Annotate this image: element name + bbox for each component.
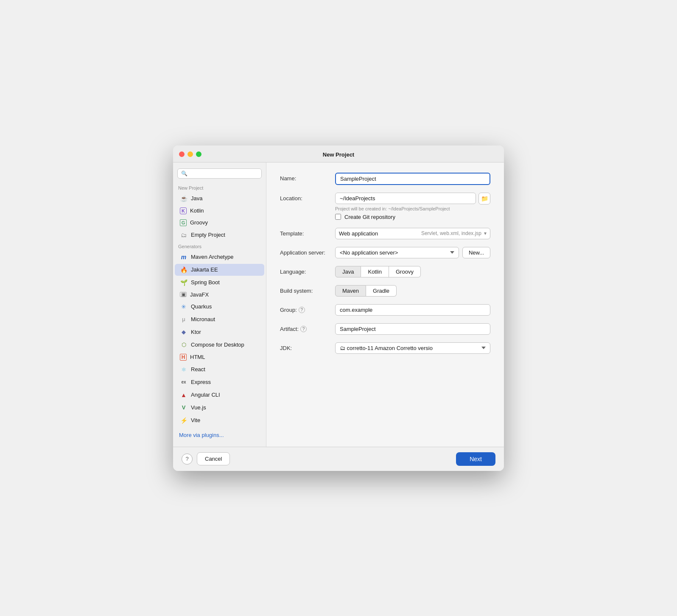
language-control: Java Kotlin Groovy — [335, 266, 490, 277]
sidebar-item-ktor[interactable]: ◆ Ktor — [175, 326, 264, 338]
git-checkbox[interactable] — [335, 214, 341, 220]
new-server-button[interactable]: New... — [462, 247, 490, 258]
sidebar: 🔍 New Project ☕ Java K Kotlin G Groovy 🗂… — [173, 162, 266, 447]
sidebar-item-kotlin[interactable]: K Kotlin — [175, 205, 264, 216]
bottom-bar: ? Cancel Next — [173, 447, 504, 471]
sidebar-item-micronaut[interactable]: μ Micronaut — [175, 314, 264, 325]
app-server-select-wrap: <No application server> — [335, 247, 459, 258]
location-row-inner: 📁 — [335, 193, 490, 204]
build-gradle-btn[interactable]: Gradle — [366, 285, 397, 297]
sidebar-item-jakarta[interactable]: 🔥 Jakarta EE — [175, 264, 264, 276]
quarkus-icon: ✳ — [180, 303, 187, 311]
artifact-control — [335, 323, 490, 335]
language-kotlin-btn[interactable]: Kotlin — [361, 266, 389, 277]
sidebar-item-vite[interactable]: ⚡ Vite — [175, 414, 264, 426]
more-plugins-link[interactable]: More via plugins... — [173, 427, 266, 443]
sidebar-item-groovy-label: Groovy — [190, 219, 208, 226]
empty-project-icon: 🗂 — [180, 231, 187, 239]
template-row: Template: Web application Servlet, web.x… — [280, 228, 490, 239]
new-project-window: New Project 🔍 New Project ☕ Java K Kotli… — [173, 146, 504, 471]
next-button[interactable]: Next — [456, 452, 495, 466]
template-dropdown[interactable]: Web application Servlet, web.xml, index.… — [335, 228, 490, 239]
artifact-help-icon[interactable]: ? — [300, 326, 307, 332]
language-java-btn[interactable]: Java — [335, 266, 361, 277]
sidebar-item-angular[interactable]: ▲ Angular CLI — [175, 389, 264, 401]
react-icon: ⚛ — [180, 366, 187, 373]
search-container: 🔍 — [173, 166, 266, 183]
sidebar-item-empty-label: Empty Project — [191, 232, 225, 238]
artifact-input[interactable] — [335, 323, 490, 335]
kotlin-icon: K — [180, 207, 187, 214]
build-label: Build system: — [280, 285, 335, 294]
close-button[interactable] — [179, 151, 185, 157]
bottom-left: ? Cancel — [182, 452, 230, 465]
git-label: Create Git repository — [344, 214, 395, 220]
sidebar-item-java[interactable]: ☕ Java — [175, 193, 264, 204]
name-control — [335, 173, 490, 185]
jdk-label: JDK: — [280, 342, 335, 351]
app-server-label: Application server: — [280, 247, 335, 256]
language-groovy-btn[interactable]: Groovy — [389, 266, 421, 277]
sidebar-item-maven[interactable]: m Maven Archetype — [175, 251, 264, 263]
group-input[interactable] — [335, 304, 490, 316]
sidebar-item-react[interactable]: ⚛ React — [175, 364, 264, 375]
sidebar-item-ktor-label: Ktor — [191, 329, 201, 335]
group-label-wrap: Group: ? — [280, 304, 335, 313]
git-checkbox-row: Create Git repository — [335, 214, 490, 220]
html-icon: H — [180, 354, 187, 361]
build-toggle-group: Maven Gradle — [335, 285, 490, 297]
app-server-row-inner: <No application server> New... — [335, 247, 490, 258]
titlebar: New Project — [173, 146, 504, 162]
sidebar-item-quarkus-label: Quarkus — [191, 303, 212, 310]
ktor-icon: ◆ — [180, 328, 187, 336]
sidebar-item-spring-label: Spring Boot — [191, 279, 220, 286]
app-server-row: Application server: <No application serv… — [280, 247, 490, 258]
sidebar-item-maven-label: Maven Archetype — [191, 254, 233, 260]
location-input[interactable] — [335, 193, 476, 204]
cancel-button[interactable]: Cancel — [197, 452, 230, 465]
sidebar-item-groovy[interactable]: G Groovy — [175, 217, 264, 228]
location-hint: Project will be created in: ~/IdeaProjec… — [335, 206, 490, 211]
sidebar-item-express[interactable]: ex Express — [175, 376, 264, 388]
jdk-control: 🗂 corretto-11 Amazon Corretto versio — [335, 342, 490, 354]
language-toggle-group: Java Kotlin Groovy — [335, 266, 490, 277]
main-content: 🔍 New Project ☕ Java K Kotlin G Groovy 🗂… — [173, 162, 504, 447]
folder-icon: 📁 — [481, 195, 488, 202]
sidebar-item-empty[interactable]: 🗂 Empty Project — [175, 229, 264, 241]
name-input[interactable] — [335, 173, 490, 185]
search-input[interactable] — [190, 171, 258, 176]
sidebar-item-spring[interactable]: 🌱 Spring Boot — [175, 277, 264, 288]
artifact-row: Artifact: ? — [280, 323, 490, 335]
search-box[interactable]: 🔍 — [177, 168, 262, 179]
sidebar-item-vue-label: Vue.js — [191, 404, 206, 411]
sidebar-item-vue[interactable]: V Vue.js — [175, 402, 264, 414]
sidebar-item-quarkus[interactable]: ✳ Quarkus — [175, 301, 264, 313]
vite-icon: ⚡ — [180, 417, 187, 424]
micronaut-icon: μ — [180, 316, 187, 323]
sidebar-item-html[interactable]: H HTML — [175, 352, 264, 363]
java-icon: ☕ — [180, 195, 187, 202]
sidebar-item-java-label: Java — [191, 195, 202, 202]
express-icon: ex — [180, 378, 187, 386]
help-button[interactable]: ? — [182, 454, 193, 465]
maximize-button[interactable] — [196, 151, 201, 157]
group-help-icon[interactable]: ? — [299, 307, 305, 313]
folder-button[interactable]: 📁 — [478, 193, 490, 204]
app-server-select[interactable]: <No application server> — [335, 247, 459, 258]
template-value: Web application — [339, 230, 378, 237]
compose-icon: ⬡ — [180, 341, 187, 349]
group-label: Group: — [280, 307, 297, 313]
angular-icon: ▲ — [180, 391, 187, 399]
jdk-row: JDK: 🗂 corretto-11 Amazon Corretto versi… — [280, 342, 490, 354]
template-hint: Servlet, web.xml, index.jsp ▾ — [421, 230, 487, 236]
sidebar-item-compose[interactable]: ⬡ Compose for Desktop — [175, 339, 264, 351]
sidebar-item-angular-label: Angular CLI — [191, 392, 220, 398]
build-maven-btn[interactable]: Maven — [335, 285, 366, 297]
group-control — [335, 304, 490, 316]
app-server-control: <No application server> New... — [335, 247, 490, 258]
new-project-section-label: New Project — [173, 183, 266, 192]
minimize-button[interactable] — [187, 151, 193, 157]
sidebar-item-javafx[interactable]: ▣ JavaFX — [175, 289, 264, 300]
jdk-select[interactable]: 🗂 corretto-11 Amazon Corretto versio — [335, 342, 490, 354]
sidebar-item-react-label: React — [191, 366, 205, 372]
